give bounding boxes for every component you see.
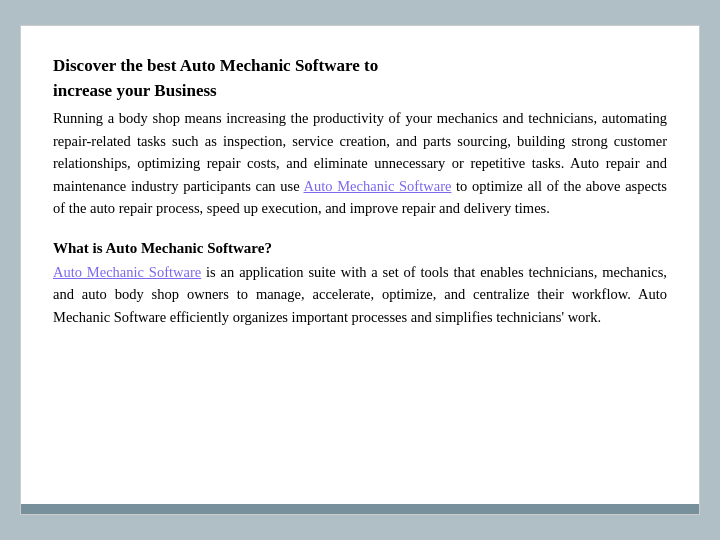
main-title: Discover the best Auto Mechanic Software… <box>53 54 667 103</box>
main-title-line1: Discover the best Auto Mechanic Software… <box>53 56 378 75</box>
link2-auto-mechanic-software[interactable]: Auto Mechanic Software <box>53 264 201 280</box>
slide-container: Discover the best Auto Mechanic Software… <box>20 25 700 515</box>
main-title-line2: increase your Business <box>53 81 217 100</box>
section2-title: What is Auto Mechanic Software? <box>53 240 667 257</box>
link1-auto-mechanic-software[interactable]: Auto Mechanic Software <box>304 178 452 194</box>
section2: What is Auto Mechanic Software? Auto Mec… <box>53 240 667 328</box>
paragraph-2: Auto Mechanic Software is an application… <box>53 261 667 328</box>
paragraph-1: Running a body shop means increasing the… <box>53 107 667 219</box>
